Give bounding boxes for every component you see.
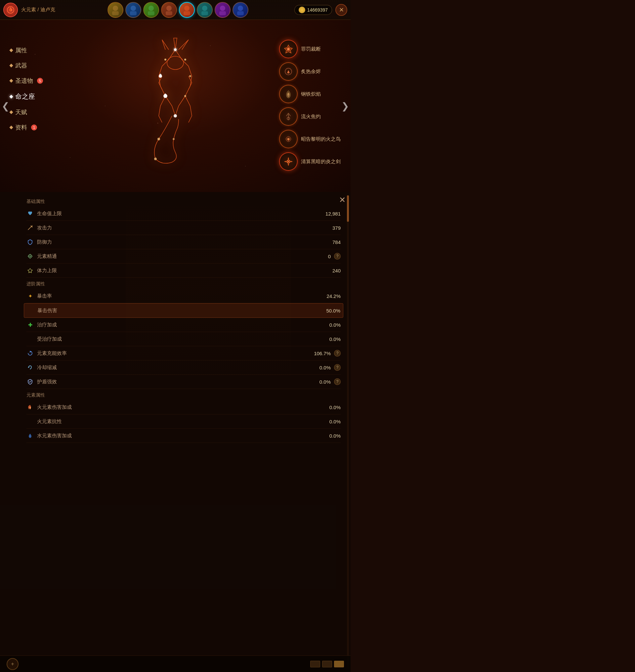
svg-point-17 (167, 56, 183, 69)
ability-name-3: 钢铁炽焰 (301, 91, 321, 97)
bottom-bar: + (0, 655, 351, 672)
hydro-dmg-icon (26, 432, 34, 439)
stat-row-pyro-dmg: 火元素伤害加成 0.0% (26, 400, 341, 415)
info-badge: 1 (31, 124, 37, 130)
svg-point-1 (113, 6, 118, 11)
nav-item-attributes[interactable]: 属性 (10, 46, 43, 54)
stat-row-shield: 护盾强效 0.0% ? (26, 375, 341, 389)
def-icon (26, 238, 34, 246)
em-help-button[interactable]: ? (334, 253, 341, 259)
stat-value-heal-bonus: 0.0% (329, 336, 341, 342)
svg-point-28 (154, 158, 157, 160)
stat-value-hp: 12,981 (325, 211, 341, 216)
svg-rect-14 (219, 11, 226, 15)
stat-row-stamina: 体力上限 240 (26, 264, 341, 278)
stat-name-cdr: 冷却缩减 (37, 364, 320, 371)
section-advanced-title: 进阶属性 (26, 278, 341, 289)
nav-item-weapon[interactable]: 武器 (10, 62, 43, 69)
nav-diamond (9, 125, 13, 129)
currency-display: 14669397 (294, 5, 332, 15)
svg-point-25 (174, 114, 177, 118)
section-basic-title: 基础属性 (26, 195, 341, 207)
er-help-button[interactable]: ? (334, 350, 341, 357)
avatar-slot-4[interactable] (161, 2, 177, 18)
stat-name-heal-bonus: 受治疗加成 (37, 336, 329, 342)
ability-icon-3 (279, 85, 298, 103)
shield-help-button[interactable]: ? (334, 378, 341, 385)
er-icon (26, 350, 34, 357)
scrollbar-track (347, 195, 349, 669)
currency-icon (299, 7, 305, 13)
hp-icon (26, 210, 34, 217)
nav-item-artifacts[interactable]: 圣遗物 5 (10, 77, 43, 85)
stat-value-crit-dmg: 50.0% (326, 308, 340, 314)
stat-row-er: 元素充能效率 106.7% ? (26, 346, 341, 360)
crit-rate-icon: ✦ (26, 292, 34, 299)
next-character-button[interactable]: ❯ (341, 101, 349, 111)
ability-item-5[interactable]: 昭告黎明的火之鸟 (279, 130, 341, 148)
ability-icon-2 (279, 62, 298, 81)
stat-row-atk: 攻击力 379 (26, 221, 341, 235)
stats-close-button[interactable]: ✕ (339, 195, 346, 205)
svg-point-27 (173, 138, 175, 140)
stat-row-pyro-res: 火元素抗性 0.0% (26, 415, 341, 429)
stat-row-heal: ✚ 治疗加成 0.0% (26, 318, 341, 332)
stat-row-hp: 生命值上限 12,981 (26, 207, 341, 221)
svg-rect-2 (112, 11, 119, 15)
char-avatars (62, 2, 294, 18)
svg-point-13 (220, 6, 225, 11)
svg-point-20 (184, 59, 186, 61)
cdr-help-button[interactable]: ? (334, 364, 341, 371)
nav-label-weapon: 武器 (15, 62, 27, 69)
avatar-slot-1[interactable] (108, 2, 123, 18)
stat-value-cdr: 0.0% (320, 365, 331, 371)
ui-block-2 (322, 661, 332, 667)
nav-diamond (9, 79, 13, 82)
constellation-figure (123, 30, 228, 182)
stat-value-em: 0 (328, 254, 331, 259)
stat-name-def: 防御力 (37, 239, 332, 245)
avatar-slot-6[interactable] (197, 2, 213, 18)
nav-diamond (9, 110, 13, 114)
stat-row-cdr: 冷却缩减 0.0% ? (26, 360, 341, 375)
nav-item-talents[interactable]: 天赋 (10, 108, 43, 116)
game-icon (3, 3, 18, 17)
topbar-close-button[interactable]: ✕ (335, 4, 347, 16)
stat-name-em: 元素精通 (37, 253, 328, 259)
avatar-slot-7[interactable] (215, 2, 231, 18)
svg-rect-10 (183, 11, 190, 15)
shield-icon (26, 378, 34, 385)
ability-name-4: 流火焦灼 (301, 113, 321, 120)
avatar-slot-8[interactable] (233, 2, 248, 18)
pyro-dmg-icon (26, 403, 34, 411)
nav-item-constellation[interactable]: 命之座 (10, 92, 43, 101)
ability-item-6[interactable]: 清算黑暗的炎之剑 (279, 152, 341, 171)
ability-item-4[interactable]: 流火焦灼 (279, 107, 341, 126)
nav-diamond-active (9, 95, 13, 98)
ability-name-1: 罪罚裁断 (301, 46, 321, 52)
avatar-slot-2[interactable] (125, 2, 141, 18)
stat-value-atk: 379 (332, 225, 341, 231)
nav-item-info[interactable]: 资料 1 (10, 124, 43, 131)
add-button[interactable]: + (7, 658, 19, 670)
svg-point-24 (184, 95, 186, 97)
avatar-slot-5[interactable] (179, 2, 195, 18)
prev-character-button[interactable]: ❮ (2, 101, 9, 111)
nav-label-info: 资料 (15, 124, 27, 131)
stat-value-heal: 0.0% (329, 322, 341, 328)
stat-row-crit-rate: ✦ 暴击率 24.2% (26, 289, 341, 303)
stat-name-pyro-dmg: 火元素伤害加成 (37, 404, 329, 411)
ability-item-2[interactable]: 炙热余烬 (279, 62, 341, 81)
stamina-icon (26, 267, 34, 274)
char-title: 火元素 / 迪卢克 (21, 7, 55, 13)
scrollbar-thumb[interactable] (347, 195, 349, 222)
svg-rect-12 (201, 11, 208, 15)
ability-item-1[interactable]: 罪罚裁断 (279, 40, 341, 58)
nav-label-attributes: 属性 (15, 46, 27, 54)
svg-point-9 (184, 6, 190, 11)
stat-value-def: 784 (332, 239, 341, 245)
avatar-slot-3[interactable] (143, 2, 159, 18)
ability-item-3[interactable]: 钢铁炽焰 (279, 85, 341, 103)
atk-icon (26, 224, 34, 231)
ability-name-5: 昭告黎明的火之鸟 (301, 136, 341, 142)
